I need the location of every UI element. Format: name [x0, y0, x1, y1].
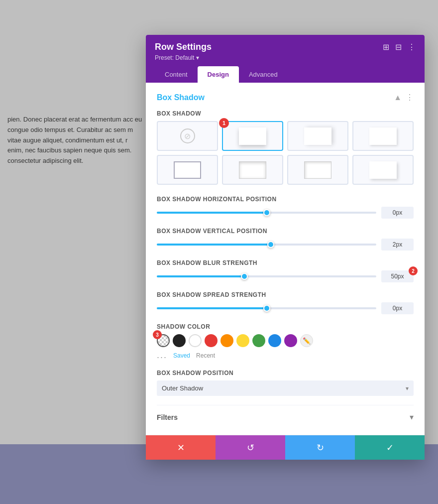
selected-badge: 1: [219, 118, 229, 128]
shadow-style-inset2[interactable]: [287, 155, 348, 185]
color-swatch-red[interactable]: [205, 334, 218, 347]
spread-slider-wrap: [157, 307, 376, 309]
preset-label[interactable]: Preset: Default ▾: [155, 54, 416, 61]
save-button[interactable]: ✓: [355, 435, 425, 460]
shadow-color-section: Shadow Color 3 ✏️ ... Saved: [157, 323, 414, 361]
section-more-icon[interactable]: ⋮: [406, 93, 414, 102]
v-pos-slider-row: 2px: [157, 239, 414, 251]
spread-label: Box Shadow Spread Strength: [157, 291, 414, 298]
shadow-preview-bottom: [239, 127, 266, 145]
panel-tabs: Content Design Advanced: [155, 66, 416, 83]
shadow-style-outline[interactable]: [157, 155, 218, 185]
h-pos-track[interactable]: [157, 212, 376, 214]
color-swatches-row: 3 ✏️: [157, 334, 414, 347]
columns-icon[interactable]: ⊟: [395, 42, 402, 52]
color-badge: 3: [153, 330, 162, 339]
no-shadow-icon: ⊘: [180, 128, 195, 143]
shadow-preview-right: [304, 127, 331, 145]
spread-thumb[interactable]: [263, 305, 270, 312]
spread-slider-row: 0px: [157, 302, 414, 314]
row-settings-panel: Row Settings ⊞ ⊟ ⋮ Preset: Default ▾ Con…: [146, 35, 425, 460]
blur-value-wrap: 50px 2: [381, 270, 414, 282]
shadow-style-right[interactable]: [287, 121, 348, 151]
color-swatch-blue[interactable]: [268, 334, 281, 347]
color-swatch-orange[interactable]: [220, 334, 233, 347]
saved-link[interactable]: Saved: [173, 352, 190, 359]
h-position-field: Box Shadow Horizontal Position 0px: [157, 196, 414, 219]
section-title: Box Shadow: [157, 93, 205, 102]
reset-button[interactable]: ↺: [216, 435, 285, 460]
v-pos-label: Box Shadow Vertical Position: [157, 228, 414, 235]
blur-badge: 2: [409, 266, 418, 275]
v-pos-slider-wrap: [157, 244, 376, 246]
filters-expand-icon[interactable]: ▾: [410, 412, 414, 422]
shadow-style-corner[interactable]: [352, 155, 414, 185]
color-swatch-black[interactable]: [173, 334, 186, 347]
expand-icon[interactable]: ⊞: [383, 42, 389, 52]
shadow-preview-small: [369, 127, 397, 145]
h-pos-slider-wrap: [157, 212, 376, 214]
blur-fill: [157, 275, 244, 277]
more-icon[interactable]: ⋮: [408, 42, 416, 52]
h-pos-slider-row: 0px: [157, 207, 414, 219]
panel-title: Row Settings: [155, 42, 212, 52]
h-pos-fill: [157, 212, 267, 214]
checker-swatch-wrap: 3: [157, 334, 170, 347]
recent-link[interactable]: Recent: [196, 352, 215, 359]
cancel-button[interactable]: ✕: [146, 435, 216, 460]
shadow-preview-inset: [239, 161, 266, 179]
shadow-style-inset[interactable]: [222, 155, 283, 185]
panel-header: Row Settings ⊞ ⊟ ⋮ Preset: Default ▾ Con…: [146, 35, 425, 83]
collapse-icon[interactable]: ▲: [394, 93, 402, 102]
shadow-color-label: Shadow Color: [157, 323, 414, 330]
more-dots-btn[interactable]: ...: [157, 350, 167, 361]
color-swatch-yellow[interactable]: [236, 334, 249, 347]
blur-thumb[interactable]: [241, 273, 248, 280]
h-pos-thumb[interactable]: [263, 209, 270, 216]
section-controls: ▲ ⋮: [394, 93, 414, 102]
tab-advanced[interactable]: Advanced: [239, 66, 288, 83]
shadow-preview-outline: [174, 161, 201, 179]
spread-track[interactable]: [157, 307, 376, 309]
shadow-position-select[interactable]: Outer Shadow Inner Shadow: [157, 380, 414, 396]
shadow-style-grid: ⊘ 1: [157, 121, 414, 185]
color-swatch-white[interactable]: [189, 334, 202, 347]
tab-design[interactable]: Design: [198, 66, 239, 83]
panel-body: Box Shadow ▲ ⋮ Box Shadow ⊘ 1: [146, 83, 425, 435]
redo-button[interactable]: ↻: [285, 435, 355, 460]
color-swatch-green[interactable]: [252, 334, 265, 347]
shadow-preview-inset2: [304, 161, 331, 179]
shadow-position-label: Box Shadow Position: [157, 370, 414, 377]
shadow-style-none[interactable]: ⊘: [157, 121, 218, 151]
panel-footer: ✕ ↺ ↻ ✓: [146, 435, 425, 460]
blur-slider-wrap: [157, 275, 376, 277]
shadow-position-field: Box Shadow Position Outer Shadow Inner S…: [157, 370, 414, 396]
shadow-position-select-wrap: Outer Shadow Inner Shadow ▾: [157, 380, 414, 396]
v-pos-fill: [157, 244, 271, 246]
spread-fill: [157, 307, 267, 309]
v-pos-track[interactable]: [157, 244, 376, 246]
blur-slider-row: 50px 2: [157, 270, 414, 282]
shadow-style-small[interactable]: [352, 121, 414, 151]
v-pos-thumb[interactable]: [267, 241, 274, 248]
blur-strength-field: Box Shadow Blur Strength 50px 2: [157, 259, 414, 282]
tab-content[interactable]: Content: [155, 66, 198, 83]
shadow-preview-corner: [369, 161, 397, 179]
box-shadow-label: Box Shadow: [157, 110, 414, 117]
shadow-style-bottom[interactable]: 1: [222, 121, 283, 151]
spread-strength-field: Box Shadow Spread Strength 0px: [157, 291, 414, 314]
v-position-field: Box Shadow Vertical Position 2px: [157, 228, 414, 251]
h-pos-value[interactable]: 0px: [381, 207, 414, 219]
section-header: Box Shadow ▲ ⋮: [157, 93, 414, 102]
spread-value[interactable]: 0px: [381, 302, 414, 314]
v-pos-value[interactable]: 2px: [381, 239, 414, 251]
saved-recent-row: ... Saved Recent: [157, 350, 414, 361]
filters-title: Filters: [157, 413, 178, 421]
h-pos-label: Box Shadow Horizontal Position: [157, 196, 414, 203]
color-swatch-purple[interactable]: [284, 334, 297, 347]
filters-row: Filters ▾: [157, 405, 414, 425]
color-swatch-eyedropper[interactable]: ✏️: [300, 334, 313, 347]
blur-label: Box Shadow Blur Strength: [157, 259, 414, 266]
blur-track[interactable]: [157, 275, 376, 277]
panel-icon-group: ⊞ ⊟ ⋮: [383, 42, 416, 52]
